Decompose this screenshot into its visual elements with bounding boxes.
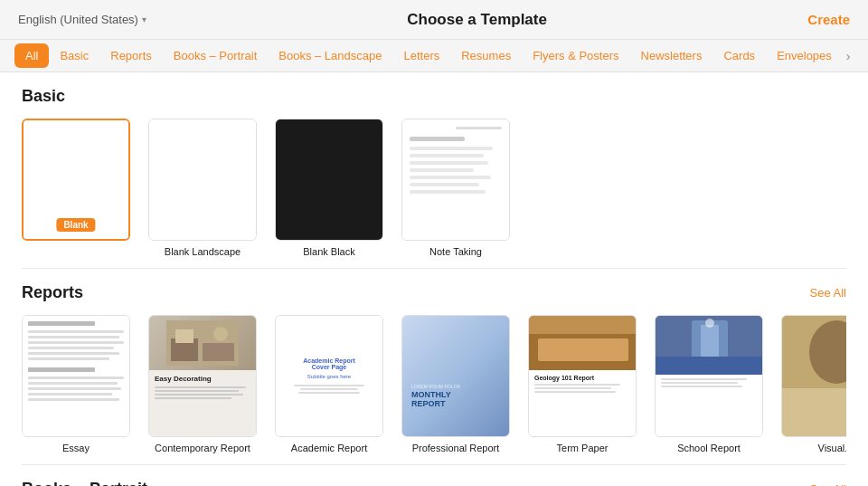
academic-preview: Academic ReportCover Page Subtitle goes … [276,316,382,436]
contemporary-image [149,316,256,370]
basic-section-title: Basic [22,87,65,106]
svg-point-4 [213,327,228,341]
note-line-7 [410,190,486,194]
template-note-taking-label: Note Taking [429,246,482,257]
books-portrait-title: Books – Portrait [22,480,147,486]
template-school-thumb: A History of Lighthouses [655,315,763,437]
template-blank-landscape-label: Blank Landscape [165,246,241,257]
note-line-2 [410,154,484,157]
books-portrait-see-all[interactable]: See All [810,482,846,486]
contemporary-heading: Easy Decorating [155,375,250,384]
svg-rect-2 [203,343,234,361]
nav-tabs: All Basic Reports Books – Portrait Books… [0,40,868,72]
template-contemporary-label: Contemporary Report [155,443,250,453]
academic-line-1 [294,385,364,386]
essay-line-3 [28,341,124,344]
template-blank-black[interactable]: Blank Black [275,119,383,257]
template-blank-thumb: Blank [22,119,130,241]
term-image [529,316,636,370]
note-title-decoration [410,137,465,141]
contemp-line-4 [155,397,231,399]
term-preview: Geology 101 Report [529,316,636,436]
note-line-6 [410,183,479,186]
essay-line-6 [28,357,109,360]
academic-title-text: Academic ReportCover Page [303,357,355,370]
essay-preview [23,316,129,436]
term-line-1 [534,384,620,386]
term-landscape-svg [529,316,636,370]
template-term-paper[interactable]: Geology 101 Report Term Paper [528,315,637,453]
prof-small-text: LOREM IPSUM DOLOR [411,384,500,389]
term-content: Geology 101 Report [529,370,636,399]
template-blank-black-label: Blank Black [303,246,354,257]
school-line-2 [661,382,738,384]
template-academic-label: Academic Report [291,443,367,453]
tab-resumes[interactable]: Resumes [450,43,522,68]
essay-line-8 [28,382,118,385]
essay-deco-title2 [28,367,95,372]
reports-template-grid: Essay [22,315,846,453]
tab-books-landscape[interactable]: Books – Landscape [268,43,392,68]
tab-newsletters[interactable]: Newsletters [630,43,713,68]
template-note-taking-thumb [401,119,510,241]
note-taking-preview [402,119,509,240]
note-line-4 [410,168,474,172]
academic-sub-text: Subtitle goes here [307,374,351,379]
school-image: A History of Lighthouses [656,316,762,375]
template-academic-thumb: Academic ReportCover Page Subtitle goes … [275,315,383,437]
language-label: English (United States) [18,13,138,26]
template-essay[interactable]: Essay [22,315,130,453]
template-visual-label: Visual... [818,443,846,453]
contemporary-room-svg [166,320,239,366]
tab-envelopes[interactable]: Envelopes [766,43,843,68]
term-line-3 [534,391,616,393]
template-contemporary-thumb: Easy Decorating [148,315,257,437]
tab-flyers-posters[interactable]: Flyers & Posters [522,43,629,68]
create-button[interactable]: Create [807,12,850,27]
template-blank[interactable]: Blank [22,119,130,257]
template-visual[interactable]: Visual... [781,315,846,453]
prof-title-text: MONTHLYREPORT [411,391,500,409]
template-school-report[interactable]: A History of Lighthouses [655,315,763,453]
term-title-text: Geology 101 Report [534,375,630,381]
contemporary-preview: Easy Decorating [149,316,256,436]
contemporary-content: Easy Decorating [149,370,256,405]
blank-badge: Blank [56,218,95,232]
template-blank-black-thumb [275,119,383,241]
template-note-taking[interactable]: Note Taking [401,119,510,257]
term-line-2 [534,387,611,389]
page-title: Choose a Template [407,11,547,29]
tab-reports[interactable]: Reports [99,43,163,68]
reports-see-all[interactable]: See All [810,286,846,300]
tab-all[interactable]: All [14,43,49,68]
note-date-decoration [456,127,502,129]
reports-section: Reports See All [0,269,868,464]
tab-letters[interactable]: Letters [392,43,450,68]
template-blank-landscape[interactable]: Blank Landscape [148,119,257,257]
blank-black-preview [276,119,382,240]
template-essay-label: Essay [62,443,90,453]
more-tabs-icon[interactable]: › [843,49,854,63]
essay-line-5 [28,352,119,355]
essay-deco-title [28,321,95,326]
books-portrait-header: Books – Portrait See All [22,480,846,486]
reports-section-title: Reports [22,283,83,302]
visual-africa-svg [782,316,846,436]
language-selector[interactable]: English (United States) ▾ [18,13,146,26]
reports-section-header: Reports See All [22,283,846,302]
basic-section-header: Basic [22,87,846,106]
template-blank-landscape-thumb [148,119,257,241]
contemp-line-2 [155,390,239,392]
school-content [656,375,762,393]
language-dropdown-icon: ▾ [142,14,146,24]
template-professional-report[interactable]: LOREM IPSUM DOLOR MONTHLYREPORT Professi… [401,315,510,453]
template-academic-report[interactable]: Academic ReportCover Page Subtitle goes … [275,315,383,453]
tab-books-portrait[interactable]: Books – Portrait [163,43,269,68]
tab-cards[interactable]: Cards [712,43,766,68]
template-contemporary-report[interactable]: Easy Decorating Contemporary Report [148,315,257,453]
academic-line-3 [298,392,361,394]
content-area: Basic Blank Blank Landscape [0,72,868,486]
essay-line-10 [28,393,112,395]
tab-basic[interactable]: Basic [49,43,99,68]
template-term-label: Term Paper [557,443,609,453]
